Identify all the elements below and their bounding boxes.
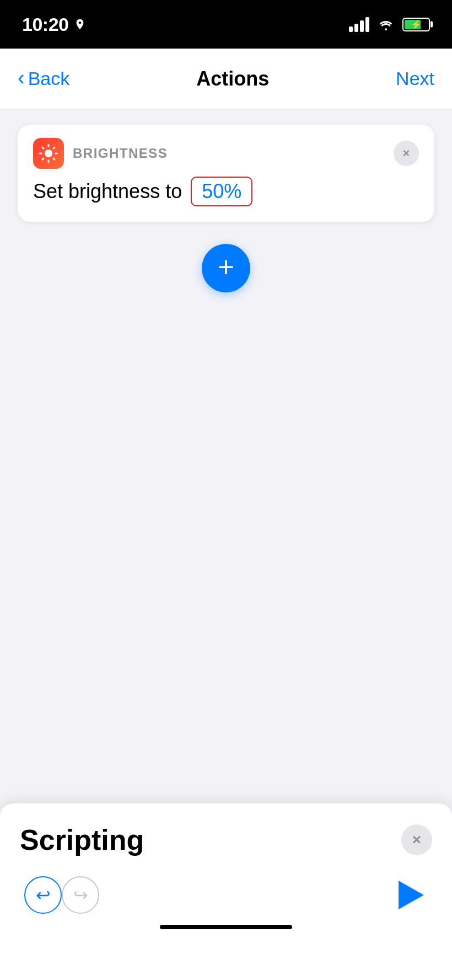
scripting-close-x-icon: ×: [412, 831, 421, 849]
close-x-icon: ×: [403, 147, 410, 159]
page-title: Actions: [196, 67, 269, 90]
undo-button[interactable]: ↩: [24, 876, 62, 914]
battery-icon: ⚡: [402, 18, 430, 31]
wifi-icon: [377, 17, 395, 31]
location-icon: [74, 18, 86, 30]
add-button-wrapper: +: [18, 244, 434, 292]
svg-point-0: [45, 150, 52, 157]
undo-icon: ↩: [36, 885, 51, 906]
back-chevron-icon: ‹: [18, 67, 25, 88]
status-bar: 10:20 ⚡: [0, 0, 452, 49]
brightness-card: BRIGHTNESS × Set brightness to 50%: [18, 125, 434, 222]
scripting-close-button[interactable]: ×: [401, 824, 432, 855]
brightness-icon-wrapper: [33, 138, 64, 169]
brightness-section-label: BRIGHTNESS: [73, 146, 168, 161]
brightness-label-row: BRIGHTNESS: [33, 138, 168, 169]
play-triangle-icon: [399, 881, 424, 909]
plus-icon: +: [218, 253, 234, 281]
main-content: BRIGHTNESS × Set brightness to 50% +: [0, 109, 452, 803]
next-button[interactable]: Next: [396, 68, 434, 89]
back-label: Back: [28, 68, 70, 89]
brightness-close-button[interactable]: ×: [394, 141, 419, 166]
bottom-panel: Scripting × ↩ ↪: [0, 803, 452, 980]
brightness-value: 50%: [202, 180, 241, 203]
status-time: 10:20: [22, 14, 68, 35]
back-button[interactable]: ‹ Back: [18, 68, 69, 89]
bottom-panel-actions: ↩ ↪: [20, 876, 432, 914]
nav-bar: ‹ Back Actions Next: [0, 49, 452, 109]
svg-line-3: [42, 147, 44, 148]
play-button[interactable]: [390, 876, 428, 914]
add-action-button[interactable]: +: [202, 244, 250, 292]
redo-icon: ↪: [73, 885, 88, 906]
bottom-panel-header: Scripting ×: [20, 823, 432, 856]
redo-button[interactable]: ↪: [62, 876, 99, 914]
brightness-value-badge[interactable]: 50%: [191, 177, 252, 206]
svg-line-4: [53, 158, 55, 159]
svg-line-8: [53, 147, 55, 148]
svg-line-7: [42, 158, 44, 159]
scripting-title: Scripting: [20, 823, 144, 856]
sun-icon: [39, 144, 58, 163]
home-indicator: [160, 925, 292, 929]
brightness-body: Set brightness to 50%: [33, 177, 419, 206]
brightness-body-text: Set brightness to: [33, 180, 182, 203]
status-icons: ⚡: [349, 17, 430, 32]
signal-icon: [349, 17, 369, 32]
